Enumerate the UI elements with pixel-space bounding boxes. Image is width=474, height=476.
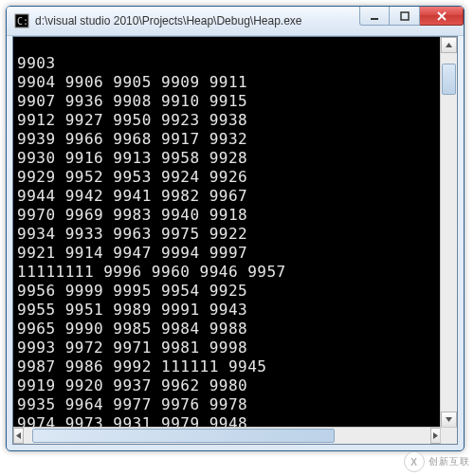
minimize-button[interactable] xyxy=(359,7,390,26)
app-window: C: d:\visual studio 2010\Projects\Heap\D… xyxy=(6,6,465,451)
console-output: 9903 9904 9906 9905 9909 9911 9907 9936 … xyxy=(13,52,457,445)
svg-text:C:: C: xyxy=(17,16,28,27)
app-icon: C: xyxy=(14,13,29,28)
maximize-button[interactable] xyxy=(390,7,420,26)
vertical-scroll-thumb[interactable] xyxy=(442,64,456,94)
watermark-logo: X xyxy=(404,451,425,472)
scroll-left-button[interactable] xyxy=(13,428,24,444)
watermark-text: 创新互联 xyxy=(428,455,470,468)
close-button[interactable] xyxy=(420,7,464,26)
scroll-down-button[interactable] xyxy=(441,412,457,428)
console-client-area: 9903 9904 9906 9905 9909 9911 9907 9936 … xyxy=(12,36,458,445)
svg-rect-2 xyxy=(371,18,378,20)
vertical-scroll-track[interactable] xyxy=(441,53,457,412)
svg-rect-3 xyxy=(401,12,409,20)
window-controls xyxy=(359,7,464,35)
scroll-up-button[interactable] xyxy=(441,37,457,53)
scrollbar-corner xyxy=(440,427,457,444)
horizontal-scroll-track[interactable] xyxy=(24,428,430,444)
horizontal-scrollbar[interactable] xyxy=(13,427,441,444)
vertical-scrollbar[interactable] xyxy=(440,37,457,428)
window-title: d:\visual studio 2010\Projects\Heap\Debu… xyxy=(35,14,359,27)
watermark: X 创新互联 xyxy=(404,451,470,472)
titlebar[interactable]: C: d:\visual studio 2010\Projects\Heap\D… xyxy=(7,7,464,36)
horizontal-scroll-thumb[interactable] xyxy=(32,429,335,443)
